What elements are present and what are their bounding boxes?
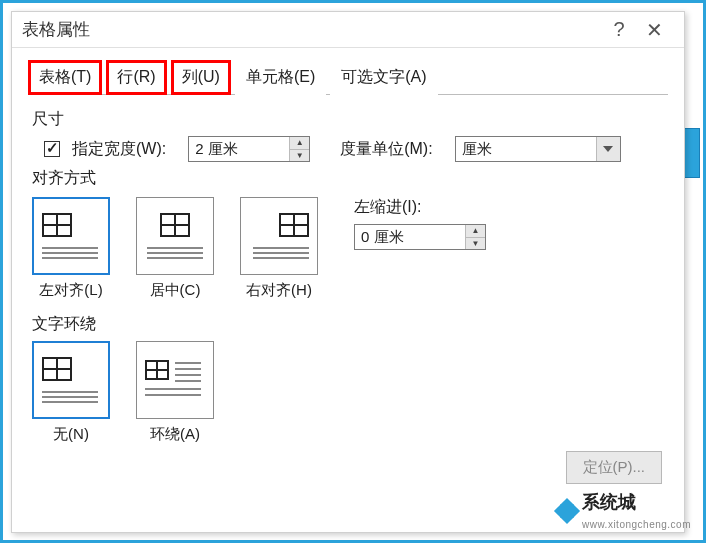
table-properties-dialog: 表格属性 ? ✕ 表格(T) 行(R) 列(U) 单元格(E) 可选文字(A) …: [11, 11, 685, 533]
width-spin-arrows[interactable]: ▲▼: [289, 137, 309, 161]
specify-width-label: 指定宽度(W):: [72, 139, 166, 160]
left-indent-arrows[interactable]: ▲▼: [465, 225, 485, 249]
tab-table[interactable]: 表格(T): [28, 60, 102, 95]
left-indent-label: 左缩进(I):: [354, 197, 486, 218]
wrap-around-option[interactable]: 环绕(A): [136, 341, 214, 444]
align-center-label: 居中(C): [150, 281, 201, 300]
tab-strip: 表格(T) 行(R) 列(U) 单元格(E) 可选文字(A): [12, 48, 684, 95]
right-edge-stub: [684, 128, 700, 178]
wrap-around-label: 环绕(A): [150, 425, 200, 444]
tab-column[interactable]: 列(U): [171, 60, 231, 95]
width-spinbox[interactable]: 2 厘米 ▲▼: [188, 136, 310, 162]
align-group-label: 对齐方式: [32, 168, 664, 189]
tab-cell[interactable]: 单元格(E): [235, 60, 326, 95]
left-indent-group: 左缩进(I): 0 厘米 ▲▼: [354, 197, 486, 250]
watermark: 系统城 www.xitongcheng.com: [556, 490, 691, 532]
align-left-option[interactable]: 左对齐(L): [32, 197, 110, 300]
watermark-logo-icon: [556, 500, 578, 522]
left-indent-value[interactable]: 0 厘米: [355, 225, 465, 249]
table-icon: [279, 213, 309, 237]
dialog-title: 表格属性: [22, 18, 604, 41]
tab-alttext[interactable]: 可选文字(A): [330, 60, 437, 95]
align-right-option[interactable]: 右对齐(H): [240, 197, 318, 300]
unit-dropdown-icon[interactable]: [596, 137, 620, 161]
position-button[interactable]: 定位(P)...: [566, 451, 663, 484]
unit-combo[interactable]: 厘米: [455, 136, 621, 162]
wrap-none-label: 无(N): [53, 425, 89, 444]
specify-width-checkbox[interactable]: [44, 141, 60, 157]
table-icon: [42, 357, 72, 381]
unit-value: 厘米: [456, 137, 596, 161]
close-button[interactable]: ✕: [634, 18, 674, 42]
left-indent-spinbox[interactable]: 0 厘米 ▲▼: [354, 224, 486, 250]
width-value[interactable]: 2 厘米: [189, 137, 289, 161]
size-group-label: 尺寸: [32, 109, 664, 130]
unit-label: 度量单位(M):: [340, 139, 432, 160]
align-center-option[interactable]: 居中(C): [136, 197, 214, 300]
help-button[interactable]: ?: [604, 18, 634, 41]
watermark-brand: 系统城: [582, 492, 636, 512]
align-left-label: 左对齐(L): [39, 281, 102, 300]
wrap-none-option[interactable]: 无(N): [32, 341, 110, 444]
align-right-label: 右对齐(H): [246, 281, 312, 300]
wrap-around-icon: [145, 360, 201, 400]
wrap-group-label: 文字环绕: [32, 314, 664, 335]
table-icon: [160, 213, 190, 237]
watermark-sub: www.xitongcheng.com: [582, 519, 691, 530]
titlebar: 表格属性 ? ✕: [12, 12, 684, 48]
table-icon: [42, 213, 72, 237]
tab-row[interactable]: 行(R): [106, 60, 166, 95]
